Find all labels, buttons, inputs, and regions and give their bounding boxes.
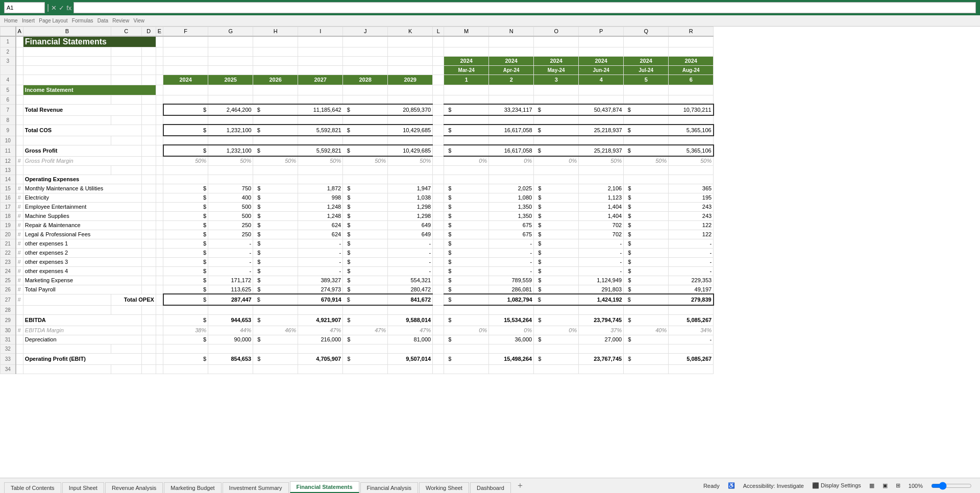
month-name-6: Aug-24 xyxy=(669,65,714,75)
year-1: 2024 xyxy=(163,75,208,85)
month-name-5: Jul-24 xyxy=(624,65,669,75)
cos-2024: 1,232,100 xyxy=(208,125,253,136)
other-exp2-label: other expenses 2 xyxy=(23,248,141,257)
rev-2027: 33,234,117 xyxy=(489,104,534,115)
month-name-1: Mar-24 xyxy=(444,65,489,75)
row-28: 28 xyxy=(1,305,714,314)
tab-financial-analysis[interactable]: Financial Analysis xyxy=(360,482,418,493)
rev-2029: 10,730,211 xyxy=(669,104,714,115)
row-18: 18 # Machine Supplies $ 500 $ 1,248 $ 1,… xyxy=(1,211,714,220)
row-20: 20 # Legal & Professional Fees $ 250 $ 6… xyxy=(1,230,714,239)
accessibility-icon: ♿ xyxy=(728,482,735,489)
mon-num-4: 4 xyxy=(579,75,624,85)
rev-2028: 50,437,874 xyxy=(579,104,624,115)
month-name-4: Jun-24 xyxy=(579,65,624,75)
page-layout-icon[interactable]: ▣ xyxy=(883,482,888,489)
month-year-2: 2024 xyxy=(489,56,534,65)
year-6: 2029 xyxy=(388,75,433,85)
title-cell: Financial Statements xyxy=(23,36,156,47)
row-5: 5 Income Statement xyxy=(1,85,714,95)
tab-revenue-analysis[interactable]: Revenue Analysis xyxy=(105,482,163,493)
mon-num-2: 2 xyxy=(489,75,534,85)
spreadsheet-table: A B C D E F G H I J K L M N O P Q xyxy=(0,27,714,374)
row-8: 8 xyxy=(1,115,714,125)
cos-2025: 5,592,821 xyxy=(298,125,343,136)
row-34: 34 xyxy=(1,364,714,374)
gp-2029: 5,365,106 xyxy=(669,145,714,156)
display-settings[interactable]: ⬛ Display Settings xyxy=(812,482,861,489)
row-22: 22 # other expenses 2 $ - $ - $ - $ - $ … xyxy=(1,248,714,257)
month-year-4: 2024 xyxy=(579,56,624,65)
marketing-exp-label: Marketing Expense xyxy=(23,276,141,285)
cos-2027: 16,617,058 xyxy=(489,125,534,136)
year-5: 2028 xyxy=(343,75,388,85)
legal-prof-label: Legal & Professional Fees xyxy=(23,230,141,239)
name-box[interactable]: A1 xyxy=(4,2,45,13)
add-sheet-button[interactable]: ＋ xyxy=(512,478,528,493)
gpm-2028: 50% xyxy=(343,156,388,165)
mon-num-5: 5 xyxy=(624,75,669,85)
function-icon: fx xyxy=(66,4,71,12)
gp-2027: 16,617,058 xyxy=(489,145,534,156)
ebitda-margin-label: EBITDA Margin xyxy=(23,326,141,335)
row-1: 1 Financial Statements xyxy=(1,36,714,47)
month-year-5: 2024 xyxy=(624,56,669,65)
row-14: 14 Operating Expenses xyxy=(1,175,714,184)
year-2: 2025 xyxy=(208,75,253,85)
gpm-2027: 50% xyxy=(298,156,343,165)
gp-2028: 25,218,937 xyxy=(579,145,624,156)
row-4: 4 2024 2025 2026 2027 2028 2029 1 2 3 4 … xyxy=(1,75,714,85)
page-break-icon[interactable]: ⊞ xyxy=(896,482,900,489)
tab-investment-summary[interactable]: Investment Summary xyxy=(223,482,289,493)
row-16: 16 # Electricity $ 400 $ 998 $ 1,038 $ 1… xyxy=(1,193,714,202)
other-exp1-label: other expenses 1 xyxy=(23,239,141,248)
row-33: 33 Operating Profit (EBIT) $ 854,653 $ 4… xyxy=(1,353,714,364)
row-11: 11 Gross Profit $ 1,232,100 $ 5,592,821 … xyxy=(1,145,714,156)
rev-2025: 11,185,642 xyxy=(298,104,343,115)
tab-financial-statements[interactable]: Financial Statements xyxy=(290,481,359,493)
gpm-2026: 50% xyxy=(253,156,298,165)
row-13: 13 xyxy=(1,165,714,175)
gpm-2029: 50% xyxy=(388,156,433,165)
month-year-1: 2024 xyxy=(444,56,489,65)
row-2: 2 xyxy=(1,47,714,56)
status-bar: Ready ♿ Accessibility: Investigate ⬛ Dis… xyxy=(703,482,980,490)
cos-2028: 25,218,937 xyxy=(579,125,624,136)
gp-2025: 5,592,821 xyxy=(298,145,343,156)
row-31: 31 Depreciation $ 90,000 $ 216,000 $ 81,… xyxy=(1,335,714,344)
opex-label: Operating Expenses xyxy=(23,175,141,184)
normal-view-icon[interactable]: ▦ xyxy=(869,482,874,489)
gpm-2025: 50% xyxy=(208,156,253,165)
zoom-slider[interactable] xyxy=(931,482,972,490)
row-32: 32 xyxy=(1,344,714,353)
other-exp3-label: other expenses 3 xyxy=(23,257,141,266)
month-year-6: 2024 xyxy=(669,56,714,65)
gpm-label: Gross Profit Margin xyxy=(23,156,141,165)
row-27: 27 # Total OPEX $ 287,447 $ 670,914 $ 84… xyxy=(1,294,714,305)
tab-dashboard[interactable]: Dashboard xyxy=(470,482,511,493)
tab-input-sheet[interactable]: Input Sheet xyxy=(62,482,104,493)
electricity-label: Electricity xyxy=(23,193,141,202)
mon-num-3: 3 xyxy=(534,75,579,85)
total-revenue-label: Total Revenue xyxy=(23,104,141,115)
mon-num-1: 1 xyxy=(444,75,489,85)
total-cos-label: Total COS xyxy=(23,125,141,136)
tab-working-sheet[interactable]: Working Sheet xyxy=(419,482,469,493)
row-9: 9 Total COS $ 1,232,100 $ 5,592,821 $ 10… xyxy=(1,125,714,136)
maint-label: Monthly Maintenance & Utilities xyxy=(23,184,141,193)
month-name-3: May-24 xyxy=(534,65,579,75)
tab-table-of-contents[interactable]: Table of Contents xyxy=(4,482,61,493)
row-23: 23 # other expenses 3 $ - $ - $ - $ - $ … xyxy=(1,257,714,266)
cos-2026: 10,429,685 xyxy=(388,125,433,136)
rev-2024: 2,464,200 xyxy=(208,104,253,115)
accessibility-label: Accessibility: Investigate xyxy=(743,483,804,489)
row-17: 17 # Employee Entertainment $ 500 $ 1,24… xyxy=(1,202,714,211)
year-3: 2026 xyxy=(253,75,298,85)
gp-2024: 1,232,100 xyxy=(208,145,253,156)
row-26: 26 # Total Payroll $ 113,625 $ 274,973 $… xyxy=(1,285,714,294)
formula-bar[interactable] xyxy=(74,2,976,13)
tab-marketing-budget[interactable]: Marketing Budget xyxy=(164,482,221,493)
total-opex-label: Total OPEX xyxy=(111,294,156,305)
rev-2026: 20,859,370 xyxy=(388,104,433,115)
machine-supplies-label: Machine Supplies xyxy=(23,211,141,220)
